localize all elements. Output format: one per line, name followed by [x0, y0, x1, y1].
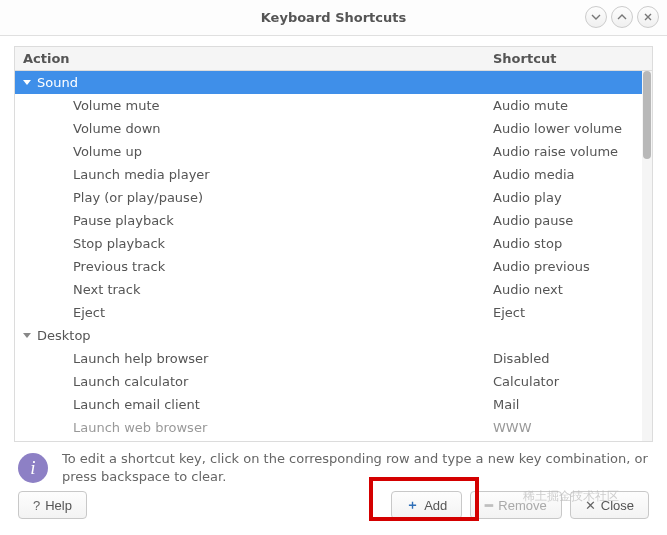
maximize-button[interactable]	[611, 6, 633, 28]
chevron-down-icon	[23, 333, 31, 338]
action-cell: Eject	[15, 305, 489, 320]
close-button[interactable]: ✕ Close	[570, 491, 649, 519]
action-cell: Launch email client	[15, 397, 489, 412]
shortcut-cell: Eject	[489, 305, 642, 320]
info-text: To edit a shortcut key, click on the cor…	[62, 450, 649, 485]
help-button[interactable]: ? Help	[18, 491, 87, 519]
info-bar: i To edit a shortcut key, click on the c…	[14, 442, 653, 491]
action-cell: Next track	[15, 282, 489, 297]
remove-button[interactable]: ━ Remove	[470, 491, 561, 519]
minimize-button[interactable]	[585, 6, 607, 28]
plus-icon: ＋	[406, 496, 419, 514]
button-label: Help	[45, 498, 72, 513]
action-cell: Launch calculator	[15, 374, 489, 389]
table-row[interactable]: EjectEject	[15, 301, 642, 324]
group-row-sound[interactable]: Sound	[15, 71, 642, 94]
shortcut-cell: Audio stop	[489, 236, 642, 251]
shortcut-cell: Disabled	[489, 351, 642, 366]
shortcut-cell: WWW	[489, 420, 642, 435]
info-icon: i	[18, 453, 48, 483]
table-body: Sound Volume muteAudio mute Volume downA…	[15, 71, 642, 441]
help-icon: ?	[33, 498, 40, 513]
group-row-desktop[interactable]: Desktop	[15, 324, 642, 347]
table-row[interactable]: Next trackAudio next	[15, 278, 642, 301]
shortcut-cell: Audio previous	[489, 259, 642, 274]
close-icon: ✕	[585, 498, 596, 513]
action-cell: Volume mute	[15, 98, 489, 113]
group-label: Sound	[37, 75, 78, 90]
close-window-button[interactable]	[637, 6, 659, 28]
action-cell: Volume down	[15, 121, 489, 136]
group-label: Desktop	[37, 328, 91, 343]
button-label: Remove	[498, 498, 546, 513]
table-header: Action Shortcut	[15, 47, 652, 71]
titlebar: Keyboard Shortcuts	[0, 0, 667, 36]
add-button[interactable]: ＋ Add	[391, 491, 462, 519]
table-row[interactable]: Launch calculatorCalculator	[15, 370, 642, 393]
shortcut-cell: Audio raise volume	[489, 144, 642, 159]
shortcut-cell: Mail	[489, 397, 642, 412]
shortcut-cell: Calculator	[489, 374, 642, 389]
table-row[interactable]: Stop playbackAudio stop	[15, 232, 642, 255]
chevron-down-icon	[23, 80, 31, 85]
window-title: Keyboard Shortcuts	[261, 10, 406, 25]
table-row[interactable]: Volume downAudio lower volume	[15, 117, 642, 140]
action-cell: Pause playback	[15, 213, 489, 228]
shortcut-cell: Audio pause	[489, 213, 642, 228]
shortcut-cell: Audio play	[489, 190, 642, 205]
column-header-shortcut[interactable]: Shortcut	[489, 51, 652, 66]
table-row[interactable]: Launch web browserWWW	[15, 416, 642, 439]
table-row[interactable]: Previous trackAudio previous	[15, 255, 642, 278]
window-controls	[585, 6, 659, 28]
shortcut-cell: Audio lower volume	[489, 121, 642, 136]
button-label: Add	[424, 498, 447, 513]
action-cell: Stop playback	[15, 236, 489, 251]
action-cell: Launch help browser	[15, 351, 489, 366]
action-cell: Play (or play/pause)	[15, 190, 489, 205]
table-row[interactable]: Launch email clientMail	[15, 393, 642, 416]
action-cell: Previous track	[15, 259, 489, 274]
scrollbar-thumb[interactable]	[643, 71, 651, 159]
minus-icon: ━	[485, 498, 493, 513]
table-row[interactable]: Pause playbackAudio pause	[15, 209, 642, 232]
shortcut-cell: Audio next	[489, 282, 642, 297]
button-bar: ? Help ＋ Add ━ Remove ✕ Close	[14, 491, 653, 519]
table-row[interactable]: Volume upAudio raise volume	[15, 140, 642, 163]
action-cell: Launch media player	[15, 167, 489, 182]
shortcuts-table: Action Shortcut Sound Volume muteAudio m…	[14, 46, 653, 442]
action-cell: Launch web browser	[15, 420, 489, 435]
button-label: Close	[601, 498, 634, 513]
table-row[interactable]: Volume muteAudio mute	[15, 94, 642, 117]
main-content: Action Shortcut Sound Volume muteAudio m…	[0, 36, 667, 527]
shortcut-cell: Audio media	[489, 167, 642, 182]
column-header-action[interactable]: Action	[15, 51, 489, 66]
shortcut-cell: Audio mute	[489, 98, 642, 113]
table-row[interactable]: Play (or play/pause)Audio play	[15, 186, 642, 209]
table-row[interactable]: Launch media playerAudio media	[15, 163, 642, 186]
vertical-scrollbar[interactable]	[642, 71, 652, 441]
table-row[interactable]: Launch help browserDisabled	[15, 347, 642, 370]
action-cell: Volume up	[15, 144, 489, 159]
